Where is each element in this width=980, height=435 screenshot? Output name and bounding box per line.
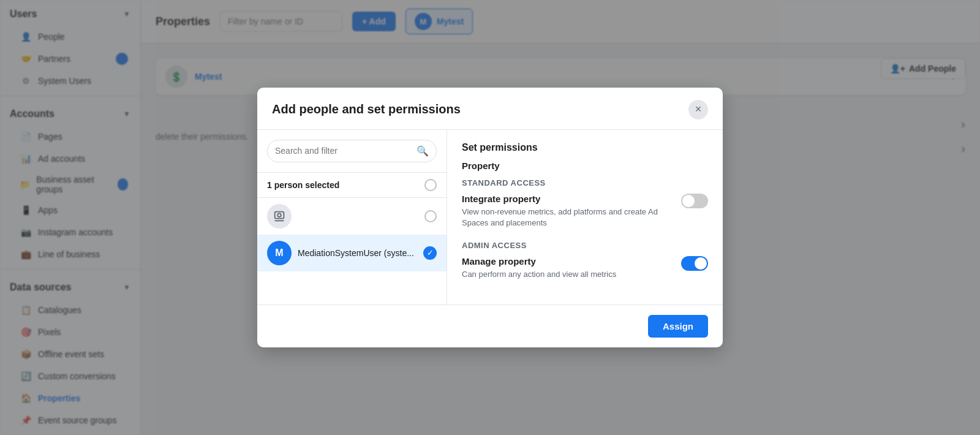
modal-dialog: Add people and set permissions × 🔍 1 per… — [257, 88, 723, 348]
selected-count: 1 person selected — [267, 180, 339, 190]
close-icon: × — [695, 103, 702, 116]
property-label: Property — [462, 161, 708, 171]
modal-overlay: Add people and set permissions × 🔍 1 per… — [0, 0, 980, 435]
search-input[interactable] — [275, 146, 412, 156]
manage-property-desc: Can perform any action and view all metr… — [462, 269, 671, 280]
modal-close-button[interactable]: × — [688, 100, 708, 119]
integrate-property-info: Integrate property View non-revenue metr… — [462, 194, 671, 229]
manage-property-info: Manage property Can perform any action a… — [462, 256, 671, 280]
standard-access-label: Standard access — [462, 178, 708, 187]
modal-left-panel: 🔍 1 person selected — [257, 130, 447, 305]
user-avatar-blue: M — [267, 241, 292, 265]
search-box[interactable]: 🔍 — [267, 140, 437, 162]
list-item[interactable]: M MediationSystemUser (syste... ✓ — [257, 235, 447, 271]
manage-property-row: Manage property Can perform any action a… — [462, 256, 708, 280]
integrate-property-name: Integrate property — [462, 194, 671, 204]
svg-rect-0 — [275, 211, 284, 218]
modal-search-area: 🔍 — [257, 130, 447, 173]
selected-check-icon: ✓ — [423, 246, 437, 260]
deselect-all-radio[interactable] — [424, 179, 437, 191]
modal-header: Add people and set permissions × — [257, 88, 723, 130]
search-icon: 🔍 — [417, 145, 429, 157]
manage-property-toggle[interactable] — [681, 256, 708, 271]
modal-footer: Assign — [257, 304, 723, 347]
assign-button[interactable]: Assign — [648, 315, 708, 338]
user-name: MediationSystemUser (syste... — [298, 248, 417, 258]
modal-body: 🔍 1 person selected — [257, 130, 723, 305]
user-list: M MediationSystemUser (syste... ✓ — [257, 198, 447, 305]
user-avatar-gray — [267, 204, 292, 229]
permissions-section-title: Set permissions — [462, 142, 708, 153]
list-item[interactable] — [257, 198, 447, 235]
user-select-radio[interactable] — [424, 210, 437, 222]
modal-title: Add people and set permissions — [272, 102, 461, 116]
admin-access-label: Admin access — [462, 241, 708, 250]
modal-right-panel: Set permissions Property Standard access… — [447, 130, 723, 305]
integrate-property-toggle[interactable] — [681, 194, 708, 208]
integrate-property-row: Integrate property View non-revenue metr… — [462, 194, 708, 229]
svg-point-1 — [277, 213, 281, 217]
manage-property-name: Manage property — [462, 256, 671, 267]
integrate-property-desc: View non-revenue metrics, add platforms … — [462, 206, 671, 229]
selected-count-row: 1 person selected — [257, 173, 447, 198]
